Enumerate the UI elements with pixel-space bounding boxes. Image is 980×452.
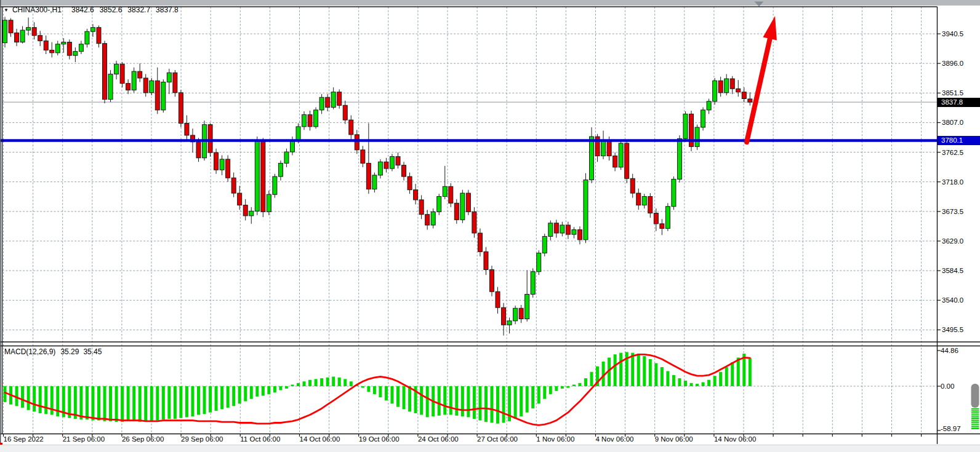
macd-tick-label: 44.86 bbox=[941, 346, 958, 355]
time-tick-label: 27 Oct 06:00 bbox=[477, 435, 518, 443]
price-tick-label: 3495.5 bbox=[942, 325, 963, 334]
trend-arrow[interactable] bbox=[747, 16, 777, 142]
mt4-chart-window: ▼CHINA300-,H13842.63852.63832.73837.8 MA… bbox=[0, 0, 980, 452]
time-tick-label: 1 Nov 06:00 bbox=[536, 435, 574, 443]
macd-tick-label: -58.97 bbox=[941, 424, 961, 433]
price-tick-label: 3851.5 bbox=[942, 89, 963, 97]
price-tick-label: 3896.0 bbox=[942, 59, 963, 68]
ohlc-open: 3842.6 bbox=[71, 6, 94, 14]
grid-lines bbox=[2, 7, 938, 434]
macd-indicator-label: MACD(12,26,9)35.2935.45 bbox=[4, 347, 106, 356]
price-tick-label: 3762.5 bbox=[942, 148, 963, 157]
time-tick-label: 21 Sep 06:00 bbox=[63, 435, 105, 443]
macd-tick-label: 0.00 bbox=[941, 382, 954, 391]
candlestick-series bbox=[3, 17, 752, 335]
status-strip bbox=[0, 445, 980, 452]
panel-borders bbox=[0, 0, 980, 452]
time-tick-label: 14 Nov 06:00 bbox=[714, 435, 756, 443]
scroll-marker-icon bbox=[755, 2, 764, 7]
price-tick-label: 3540.0 bbox=[942, 296, 963, 304]
chart-canvas[interactable] bbox=[0, 0, 980, 452]
ohlc-low: 3832.7 bbox=[127, 6, 150, 14]
time-tick-label: 14 Oct 06:00 bbox=[300, 435, 340, 443]
time-tick-label: 24 Oct 06:00 bbox=[418, 435, 459, 443]
symbol-title: ▼CHINA300-,H13842.63852.63832.73837.8 bbox=[4, 6, 184, 14]
ohlc-high: 3852.6 bbox=[100, 6, 122, 14]
ohlc-close: 3837.8 bbox=[156, 6, 179, 14]
time-tick-label: 29 Sep 06:00 bbox=[181, 435, 223, 443]
time-tick-label: 16 Sep 2022 bbox=[4, 435, 44, 443]
price-tick-label: 3673.5 bbox=[942, 207, 963, 216]
current-price-badge: 3837.8 bbox=[938, 98, 980, 107]
scrollbar-thumb[interactable] bbox=[971, 384, 979, 429]
macd-main-value: 35.29 bbox=[60, 347, 79, 356]
price-tick-label: 3807.0 bbox=[942, 118, 963, 127]
time-tick-label: 19 Oct 06:00 bbox=[359, 435, 400, 443]
axis-ticks bbox=[4, 34, 941, 437]
hline-price-badge: 3780.1 bbox=[938, 136, 980, 145]
symbol-dropdown-icon[interactable]: ▼ bbox=[4, 7, 9, 13]
price-tick-label: 3718.0 bbox=[942, 178, 963, 186]
time-tick-label: 4 Nov 06:00 bbox=[596, 435, 634, 443]
time-tick-label: 11 Oct 06:00 bbox=[240, 435, 280, 443]
price-tick-label: 3940.5 bbox=[942, 30, 963, 38]
macd-name: MACD(12,26,9) bbox=[4, 347, 55, 356]
price-tick-label: 3629.0 bbox=[942, 237, 963, 245]
symbol-period-label: CHINA300-,H1 bbox=[12, 6, 62, 14]
price-tick-label: 3584.5 bbox=[942, 266, 963, 275]
time-tick-label: 9 Nov 06:00 bbox=[655, 435, 693, 443]
macd-histogram bbox=[4, 352, 752, 423]
time-tick-label: 26 Sep 06:00 bbox=[122, 435, 164, 443]
macd-signal-value: 35.45 bbox=[83, 347, 102, 356]
